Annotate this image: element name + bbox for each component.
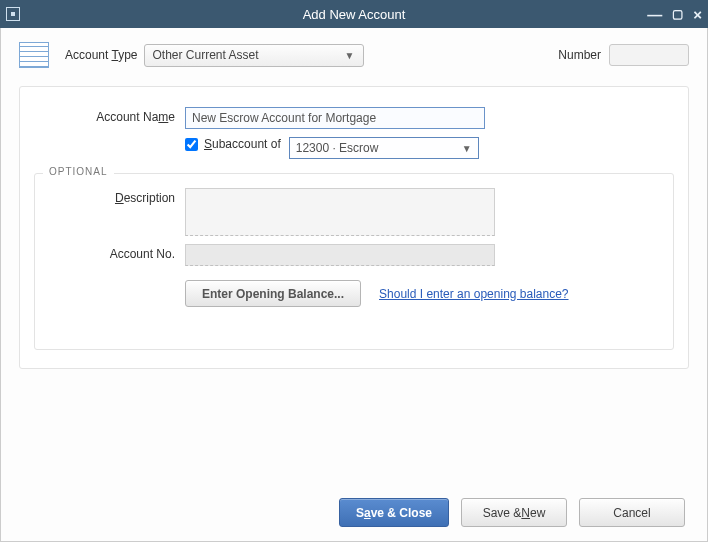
account-type-select[interactable]: Other Current Asset ▼: [144, 44, 364, 67]
chevron-down-icon: ▼: [337, 50, 355, 61]
optional-legend: OPTIONAL: [43, 166, 114, 177]
subaccount-checkbox-label[interactable]: Subaccount of: [185, 137, 281, 151]
main-panel: Account Name Subaccount of 12300 · Escro…: [19, 86, 689, 369]
account-type-value: Other Current Asset: [153, 48, 259, 62]
description-row: Description: [45, 188, 663, 236]
close-icon[interactable]: ×: [693, 7, 702, 22]
number-input[interactable]: [609, 44, 689, 66]
chevron-down-icon: ▼: [462, 143, 472, 154]
window-controls: — ▢ ×: [647, 7, 702, 22]
cancel-button[interactable]: Cancel: [579, 498, 685, 527]
ledger-icon: [19, 42, 49, 68]
maximize-icon[interactable]: ▢: [672, 8, 683, 20]
subaccount-row: Subaccount of 12300 · Escrow ▼: [20, 137, 688, 159]
subaccount-value: 12300 · Escrow: [296, 141, 379, 155]
account-no-row: Account No.: [45, 244, 663, 266]
header-row: Account Type Other Current Asset ▼ Numbe…: [19, 42, 689, 68]
title-bar: Add New Account — ▢ ×: [0, 0, 708, 28]
account-name-row: Account Name: [20, 107, 688, 129]
enter-opening-balance-button[interactable]: Enter Opening Balance...: [185, 280, 361, 307]
account-name-input[interactable]: [185, 107, 485, 129]
subaccount-select[interactable]: 12300 · Escrow ▼: [289, 137, 479, 159]
subaccount-label-text: Subaccount of: [204, 137, 281, 151]
subaccount-checkbox[interactable]: [185, 138, 198, 151]
description-input[interactable]: [185, 188, 495, 236]
dialog-footer: Save & Close Save & New Cancel: [13, 498, 695, 529]
minimize-icon[interactable]: —: [647, 7, 662, 22]
account-no-input[interactable]: [185, 244, 495, 266]
dialog-content: Account Type Other Current Asset ▼ Numbe…: [0, 28, 708, 542]
opening-balance-help-link[interactable]: Should I enter an opening balance?: [379, 287, 569, 301]
number-label: Number: [558, 48, 601, 62]
account-name-label: Account Name: [20, 107, 185, 124]
account-type-label: Account Type: [65, 48, 138, 62]
opening-balance-row: Enter Opening Balance... Should I enter …: [45, 280, 663, 307]
optional-group: OPTIONAL Description Account No. Enter O…: [34, 173, 674, 350]
description-label: Description: [45, 188, 185, 205]
save-and-new-button[interactable]: Save & New: [461, 498, 567, 527]
account-no-label: Account No.: [45, 244, 185, 261]
window-title: Add New Account: [0, 7, 708, 22]
save-and-close-button[interactable]: Save & Close: [339, 498, 449, 527]
